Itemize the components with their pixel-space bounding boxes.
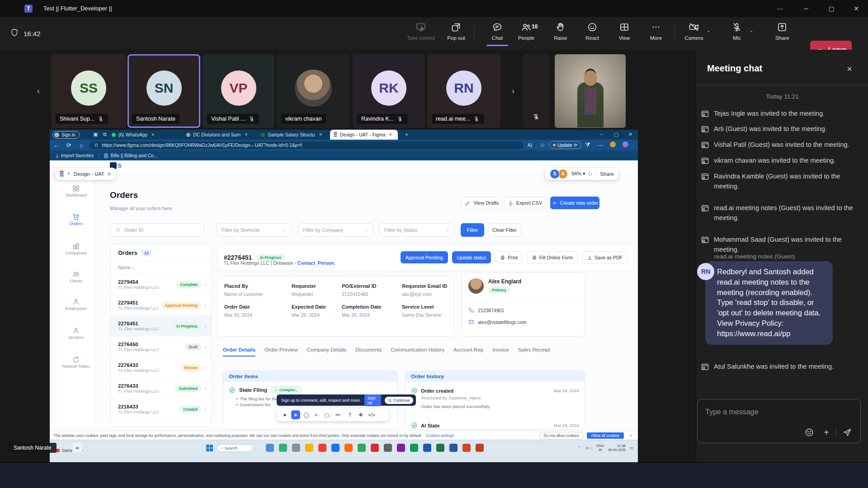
participant-tile-partial[interactable] — [523, 54, 549, 128]
browser-update-button[interactable]: Update ⟳ — [549, 141, 581, 149]
notification-icon[interactable]: ▭ — [629, 446, 633, 450]
window-maximize-button[interactable]: ▢ — [821, 0, 841, 17]
chevron-down-icon[interactable]: ⌄ — [707, 28, 710, 33]
presenter-app-icon[interactable] — [344, 444, 353, 452]
presenter-language[interactable]: ENGIN — [597, 444, 604, 452]
window-close-button[interactable]: ✕ — [846, 0, 866, 17]
cookie-close-icon[interactable]: ✕ — [627, 433, 634, 438]
browser-profile-avatar[interactable] — [607, 141, 619, 149]
favorite-star-icon[interactable]: ☆ — [536, 142, 549, 149]
participant-tile[interactable]: RNread.ai mee... — [427, 54, 500, 128]
pointer-tool-icon[interactable]: ➤ — [291, 410, 300, 419]
chat-input[interactable]: Type a message + — [697, 399, 861, 443]
approval-pending-button[interactable]: Approval Pending — [401, 251, 448, 263]
pop-out-button[interactable]: Pop out — [439, 20, 473, 47]
cursor-tool-icon[interactable]: ➤ — [280, 410, 289, 419]
sidebar-item-clients[interactable]: Clients — [57, 270, 95, 283]
browser-more-icon[interactable]: ⋯ — [594, 142, 607, 149]
text-tool-icon[interactable]: T — [345, 410, 354, 419]
contact-email-row[interactable]: alex@vstatefilings.com — [468, 319, 527, 325]
fill-online-form-button[interactable]: Fill Online Form — [527, 251, 578, 263]
export-csv-button[interactable]: Export CSV — [504, 197, 546, 209]
order-row[interactable]: 2276433TL Flex Holdings LLCReview› — [111, 357, 211, 378]
copilot-icon[interactable] — [619, 141, 632, 149]
sign-up-button[interactable]: Sign up — [364, 394, 381, 406]
component-tool-icon[interactable]: ❖ — [356, 410, 365, 419]
presenter-start-button[interactable] — [206, 445, 213, 451]
attach-plus-icon[interactable]: + — [821, 427, 831, 437]
presenter-app-icon[interactable] — [305, 444, 313, 452]
contact-person-link[interactable]: Contact_Person. — [297, 260, 335, 266]
browser-tab[interactable]: (6) WhatsApp✕ — [108, 130, 177, 140]
allow-cookies-button[interactable]: Allow all cookies — [587, 432, 624, 439]
presenter-app-icon[interactable] — [279, 444, 287, 452]
browser-signin-button[interactable]: Sign in — [52, 131, 80, 139]
new-tab-button[interactable]: + — [405, 131, 409, 138]
participant-tile[interactable]: vikram chavan — [277, 54, 350, 128]
browser-minimize-button[interactable]: ─ — [599, 131, 603, 137]
sidebar-item-refresh-token[interactable]: Refresh Token — [57, 356, 95, 369]
participant-tile[interactable]: SSShivani Sup... — [51, 54, 126, 128]
view-drafts-button[interactable]: View Drafts — [461, 197, 503, 209]
camera-button[interactable]: Camera⌄ — [677, 20, 711, 47]
presenter-app-icon[interactable] — [292, 444, 300, 452]
vertical-tabs-icon[interactable]: ⧉ — [103, 131, 107, 137]
window-minimize-button[interactable]: ─ — [796, 0, 816, 17]
google-continue-button[interactable]: GContinue — [385, 397, 413, 404]
presenter-app-icon[interactable] — [423, 444, 431, 452]
order-row[interactable]: 2276451TL Flex Holdings LLCIn Progress› — [111, 316, 211, 337]
read-aloud-icon[interactable]: A) — [524, 143, 536, 148]
window-more-button[interactable]: ⋯ — [770, 0, 790, 17]
zoom-level[interactable]: 94% ▾ — [571, 171, 585, 177]
tab-company-details[interactable]: Company Details — [307, 347, 347, 357]
create-new-order-button[interactable]: Create new order — [550, 197, 599, 209]
raise-button[interactable]: Raise — [543, 20, 578, 47]
presenter-app-icon[interactable] — [410, 444, 418, 452]
tab-sales-receipt[interactable]: Sales Receipt — [518, 347, 550, 357]
tab-invoice[interactable]: Invoice — [492, 347, 509, 357]
layout-columns-icon[interactable]: ▥ — [108, 172, 111, 176]
presenter-app-icon[interactable] — [476, 444, 484, 452]
figma-share-button[interactable]: Share — [600, 171, 614, 177]
browser-maximize-button[interactable]: ▢ — [614, 131, 618, 137]
browser-close-button[interactable]: ✕ — [628, 131, 632, 137]
chevron-down-icon[interactable]: ▼ — [67, 172, 71, 176]
update-status-button[interactable]: Update status — [452, 251, 491, 263]
chevron-down-icon[interactable]: ⌄ — [750, 28, 753, 33]
save-as-pdf-button[interactable]: Save as PDF — [582, 251, 627, 263]
browser-tab[interactable]: Design - UAT - Figma✕ — [330, 130, 398, 140]
participant-tile[interactable]: SNSantosh Narate — [127, 54, 200, 128]
crop-tool-icon[interactable]: ⌗⌄ — [313, 410, 322, 419]
clear-filter-button[interactable]: Clear Filter — [488, 223, 521, 237]
order-row[interactable]: 2279454TL Flex Holdings LLCComplete› — [111, 274, 211, 295]
chat-close-icon[interactable]: ✕ — [844, 63, 855, 75]
home-icon[interactable]: ⌂ — [75, 142, 88, 149]
code-tool-icon[interactable]: </> — [367, 410, 376, 419]
address-bar[interactable]: https://www.figma.com/design/9BKQ0FOHRWa… — [90, 141, 524, 149]
presenter-app-icon[interactable] — [266, 444, 274, 452]
tab-account-rep[interactable]: Account Rep — [453, 347, 483, 357]
filter-dropdown[interactable]: Filter by Company⌄ — [298, 223, 373, 237]
presenter-app-icon[interactable] — [331, 444, 340, 452]
extensions-icon[interactable]: ⧩ — [581, 141, 594, 149]
sidebar-item-dashboard[interactable]: Dashboard — [57, 184, 95, 197]
tab-close-icon[interactable]: ✕ — [319, 132, 322, 137]
more-button[interactable]: More — [639, 20, 673, 47]
collaborator-avatar[interactable]: S — [550, 169, 560, 179]
tab-close-icon[interactable]: ✕ — [389, 132, 393, 137]
mic-button[interactable]: Mic⌄ — [720, 20, 754, 47]
ellipse-tool-icon[interactable]: ◯ — [302, 410, 311, 419]
figma-logo-icon[interactable] — [60, 171, 64, 177]
order-id-search-input[interactable]: Order ID — [110, 223, 204, 237]
cookie-settings-link[interactable]: Cookies settings — [426, 433, 454, 438]
filter-dropdown[interactable]: Filter by Status⌄ — [379, 223, 454, 237]
participant-tile[interactable]: VPVishal Patil ... — [203, 54, 274, 128]
sidebar-item-vendors[interactable]: Vendors — [57, 327, 95, 340]
link-tool-icon[interactable]: ⚯⌄ — [335, 410, 344, 419]
filter-button[interactable]: Filter — [461, 223, 484, 237]
filmstrip-prev-button[interactable]: ‹ — [33, 85, 44, 97]
contact-phone-row[interactable]: 2123874901 — [468, 307, 504, 313]
sidebar-item-companies[interactable]: Companies — [57, 242, 95, 255]
presenter-app-icon[interactable] — [358, 444, 366, 452]
presenter-app-icon[interactable] — [384, 444, 392, 452]
